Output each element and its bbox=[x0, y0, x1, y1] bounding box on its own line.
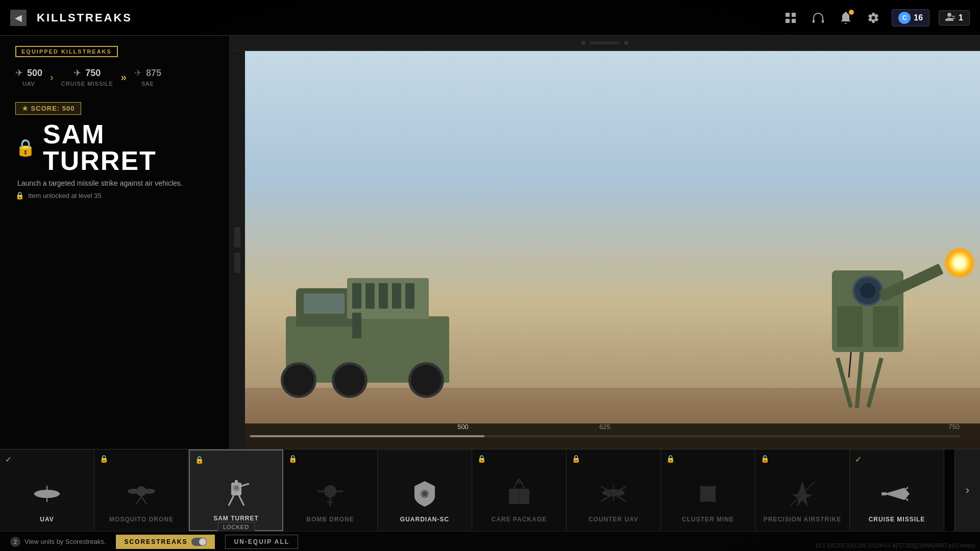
wheel-3 bbox=[408, 362, 444, 398]
unlock-text: Item unlocked at level 35 bbox=[28, 192, 102, 199]
scroll-right-button[interactable]: › bbox=[954, 449, 980, 531]
locked-tooltip: LOCKED bbox=[217, 522, 255, 531]
svg-rect-20 bbox=[235, 480, 238, 485]
care-package-icon bbox=[501, 476, 537, 512]
leg-3 bbox=[866, 358, 884, 408]
ks-card-counter-uav[interactable]: 🔒 COUNTER UAV bbox=[567, 449, 661, 531]
uav-icon: ✈ bbox=[15, 67, 23, 79]
ks-card-care-package[interactable]: 🔒 CARE PACKAGE bbox=[472, 449, 567, 531]
player-count: 1 bbox=[959, 13, 963, 22]
ks-card-precision[interactable]: 🔒 PRECISION AIRSTRIKE bbox=[755, 449, 850, 531]
svg-point-48 bbox=[712, 498, 716, 502]
killstreak-description: Launch a targeted missile strike against… bbox=[15, 179, 214, 187]
sae-icon: ✈ bbox=[134, 67, 142, 79]
main-lock-icon: 🔒 bbox=[15, 138, 36, 157]
settings-icon[interactable] bbox=[864, 9, 883, 27]
bomb-drone-icon bbox=[312, 476, 348, 512]
check-badge-uav: ✓ bbox=[5, 455, 12, 464]
cluster-mine-card-name: CLUSTER MINE bbox=[682, 516, 734, 523]
unlock-lock-icon: 🔒 bbox=[15, 191, 24, 199]
page-title: KILLSTREAKS bbox=[37, 11, 132, 24]
sam-turret-card-name: SAM TURRET bbox=[213, 515, 259, 522]
svg-rect-5 bbox=[822, 20, 824, 23]
svg-point-45 bbox=[700, 486, 704, 490]
killstreak-scroll-area: ✓ UAV 🔒 bbox=[0, 449, 980, 531]
equipped-killstreaks-label: EQUIPPED KILLSTREAKS bbox=[15, 46, 118, 57]
cruise-score: 750 bbox=[85, 68, 101, 79]
svg-point-8 bbox=[43, 492, 51, 496]
truck-cab bbox=[296, 288, 352, 327]
leg-1 bbox=[855, 347, 864, 408]
svg-rect-50 bbox=[881, 492, 887, 495]
svg-point-19 bbox=[234, 486, 238, 490]
svg-rect-2 bbox=[786, 19, 790, 23]
bottom-killstreak-selector: ✓ UAV 🔒 bbox=[0, 449, 980, 551]
svg-point-46 bbox=[712, 486, 716, 490]
svg-rect-1 bbox=[792, 13, 796, 17]
ks-card-uav[interactable]: ✓ UAV bbox=[0, 449, 94, 531]
cod-points-display[interactable]: C 16 bbox=[892, 9, 929, 27]
windshield bbox=[304, 293, 345, 314]
svg-line-23 bbox=[239, 495, 244, 506]
score-750-label: 750 bbox=[948, 423, 960, 431]
uav-score: 500 bbox=[27, 68, 42, 79]
lock-badge-bomb: 🔒 bbox=[288, 455, 297, 463]
counter-uav-icon bbox=[596, 476, 631, 512]
svg-rect-3 bbox=[792, 19, 796, 23]
grid-icon[interactable] bbox=[781, 9, 800, 27]
score-500-label: 500 bbox=[457, 423, 469, 431]
unequip-all-button[interactable]: UN-EQUIP ALL bbox=[225, 535, 298, 549]
svg-point-47 bbox=[700, 498, 704, 502]
sensor-pod bbox=[852, 276, 883, 306]
mosquito-card-name: MOSQUITO DRONE bbox=[109, 516, 174, 523]
tablet-slot bbox=[590, 41, 620, 44]
ks-card-guardian[interactable]: GUARDIAN-SC bbox=[378, 449, 472, 531]
score-badge: ★ SCORE: 500 bbox=[15, 102, 81, 115]
scorestreak-toggle-button[interactable]: SCORESTREAKS bbox=[116, 535, 215, 549]
ks-card-mosquito[interactable]: 🔒 MOSQUITO DRONE bbox=[94, 449, 189, 531]
ks-slot-uav[interactable]: ✈ 500 UAV bbox=[15, 67, 42, 87]
ks-card-cluster-mine[interactable]: 🔒 CLUSTER MINE bbox=[661, 449, 755, 531]
side-panel-left bbox=[837, 306, 863, 347]
uav-slot-name: UAV bbox=[22, 81, 35, 87]
lock-badge-counter-uav: 🔒 bbox=[572, 455, 580, 463]
guardian-sc-card-name: GUARDIAN-SC bbox=[400, 516, 449, 523]
cruise-missile-icon bbox=[879, 476, 915, 512]
ks-card-cruise-missile[interactable]: ✓ CRUISE MISSILE bbox=[850, 449, 944, 531]
svg-rect-0 bbox=[786, 13, 790, 17]
check-badge-cruise: ✓ bbox=[855, 455, 862, 464]
ks-slot-cruise[interactable]: ✈ 750 CRUISE MISSILE bbox=[61, 67, 113, 87]
top-right-icons: C 16 1 bbox=[781, 9, 970, 27]
cruise-icon: ✈ bbox=[74, 67, 81, 79]
lock-badge-sam: 🔒 bbox=[195, 456, 204, 464]
muzzle-flash bbox=[944, 247, 975, 278]
player-count-display[interactable]: 1 bbox=[939, 10, 970, 26]
scorestreak-label: SCORESTREAKS bbox=[124, 538, 187, 545]
tablet-button-2 bbox=[234, 253, 240, 273]
precision-airstrike-icon bbox=[785, 476, 820, 512]
ks-card-sam-turret[interactable]: 🔒 SAM TURRET LOCKED bbox=[189, 449, 283, 531]
ks-card-bomb-drone[interactable]: 🔒 BOMB DRONE bbox=[283, 449, 378, 531]
back-arrow-icon: ◀ bbox=[10, 10, 27, 26]
headphones-icon[interactable] bbox=[809, 9, 827, 27]
ks-main-title: 🔒 SAM TURRET bbox=[15, 121, 214, 174]
notification-icon[interactable] bbox=[837, 9, 855, 27]
killstreak-slots: ✈ 500 UAV › ✈ 750 CRUISE MISSILE » ✈ 875… bbox=[15, 67, 214, 87]
main-content-area: 500 625 750 bbox=[230, 36, 980, 449]
sae-slot-name: SAE bbox=[141, 81, 154, 87]
uav-card-icon bbox=[29, 476, 65, 512]
svg-point-15 bbox=[128, 489, 140, 494]
version-text: 10.1.16521872[43:205:10124+11-A]T[7200][… bbox=[815, 543, 975, 548]
tablet-button-1 bbox=[234, 227, 240, 247]
svg-rect-4 bbox=[813, 20, 815, 23]
svg-line-22 bbox=[229, 495, 234, 506]
svg-point-44 bbox=[704, 490, 712, 498]
counter-uav-card-name: COUNTER UAV bbox=[589, 516, 639, 523]
lock-badge-precision: 🔒 bbox=[761, 455, 769, 463]
lock-badge-care: 🔒 bbox=[477, 455, 486, 463]
score-progress-bar: 500 625 750 bbox=[230, 423, 980, 449]
ks-slot-sae[interactable]: ✈ 875 SAE bbox=[134, 67, 161, 87]
cruise-missile-card-name: CRUISE MISSILE bbox=[869, 516, 925, 523]
back-button[interactable]: ◀ bbox=[10, 10, 27, 26]
tablet-frame-top bbox=[230, 36, 980, 51]
